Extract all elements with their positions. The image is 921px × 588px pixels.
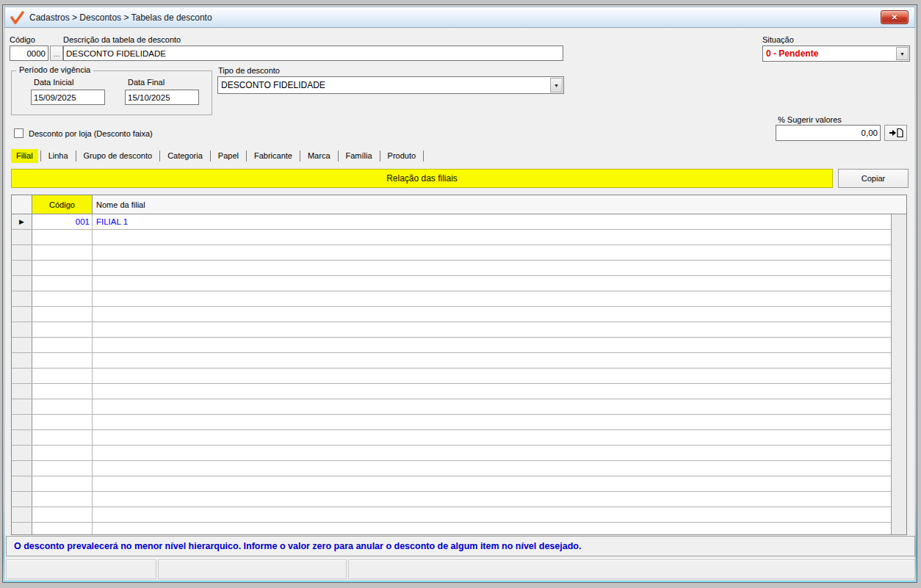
cell-nome (93, 369, 891, 383)
periodo-vigencia-group: Período de vigência Data Inicial Data Fi… (11, 70, 212, 115)
data-inicial-input[interactable] (31, 90, 105, 105)
codigo-input[interactable] (10, 46, 48, 61)
grid-header-nome: Nome da filial (93, 195, 906, 214)
tab-familia[interactable]: Família (341, 149, 378, 163)
tab-separator (300, 150, 300, 161)
row-indicator-cell (12, 399, 32, 414)
situacao-select[interactable]: 0 - Pendente ▼ (762, 46, 910, 62)
tipo-desconto-dropdown-icon[interactable]: ▼ (550, 78, 563, 92)
cell-nome (93, 245, 891, 260)
row-indicator-cell (12, 523, 32, 534)
table-row[interactable] (12, 384, 891, 399)
desconto-por-loja-row: Desconto por loja (Desconto faixa) (14, 128, 153, 138)
row-indicator-cell (12, 322, 32, 337)
table-row[interactable] (12, 369, 891, 384)
tab-marca[interactable]: Marca (303, 149, 336, 163)
table-row[interactable] (12, 430, 891, 446)
row-indicator-cell (12, 307, 32, 322)
tab-separator (423, 150, 424, 161)
tab-separator (76, 150, 76, 161)
situacao-value: 0 - Pendente (766, 46, 895, 61)
app-logo-checkmark-icon (10, 11, 25, 24)
tab-linha[interactable]: Linha (43, 149, 73, 163)
form-body: Código ... Descrição da tabela de descon… (4, 28, 915, 581)
table-row[interactable] (12, 307, 891, 322)
cell-nome (93, 415, 891, 429)
table-row[interactable] (12, 338, 891, 353)
data-inicial-label: Data Inicial (34, 78, 73, 87)
tab-categoria[interactable]: Categoria (162, 149, 208, 163)
table-row[interactable] (12, 415, 891, 430)
close-icon: ✕ (892, 13, 897, 21)
cell-nome (93, 338, 891, 352)
codigo-browse-button[interactable]: ... (50, 46, 63, 61)
table-row[interactable] (12, 492, 891, 507)
table-row[interactable] (12, 399, 891, 415)
desconto-por-loja-checkbox[interactable] (14, 128, 24, 138)
cell-nome (93, 476, 891, 491)
desconto-por-loja-label: Desconto por loja (Desconto faixa) (29, 129, 153, 138)
table-row[interactable] (12, 507, 891, 523)
data-final-input[interactable] (125, 90, 199, 105)
grid-body: ▶ 001 FILIAL 1 (12, 214, 891, 534)
cell-nome (93, 430, 891, 445)
cell-codigo: 001 (32, 214, 93, 229)
table-row[interactable] (12, 476, 891, 492)
tab-separator (338, 150, 339, 161)
table-row[interactable] (12, 291, 891, 307)
table-row[interactable] (12, 446, 891, 461)
situacao-dropdown-icon[interactable]: ▼ (896, 47, 909, 60)
apply-sugerir-button[interactable] (884, 125, 907, 141)
status-panel-2 (158, 559, 347, 579)
cell-codigo (32, 261, 93, 275)
cell-codigo (32, 307, 93, 322)
cell-codigo (32, 461, 93, 476)
table-row[interactable] (12, 245, 891, 261)
table-row[interactable] (12, 461, 891, 476)
cell-nome (93, 492, 891, 507)
situacao-label: Situação (762, 35, 794, 44)
row-indicator-cell (12, 338, 32, 352)
cell-codigo (32, 245, 93, 260)
cell-nome (93, 276, 891, 291)
row-indicator-cell (12, 369, 32, 383)
table-row[interactable] (12, 523, 891, 534)
table-row-selected[interactable]: ▶ 001 FILIAL 1 (12, 214, 891, 230)
tab-separator (246, 150, 247, 161)
tab-papel[interactable]: Papel (213, 149, 244, 163)
close-button[interactable]: ✕ (881, 10, 909, 24)
tipo-desconto-select[interactable]: DESCONTO FIDELIDADE ▼ (217, 76, 564, 94)
descricao-input[interactable] (63, 46, 563, 61)
table-row[interactable] (12, 276, 891, 291)
cell-codigo (32, 338, 93, 352)
table-row[interactable] (12, 322, 891, 338)
grid-vertical-scrollbar[interactable] (891, 214, 906, 534)
row-indicator-cell (12, 430, 32, 445)
cell-nome (93, 446, 891, 460)
sugerir-valores-label: % Sugerir valores (778, 115, 842, 124)
app-window: Cadastros > Descontos > Tabelas de desco… (2, 4, 917, 583)
cell-nome (93, 399, 891, 414)
tab-produto[interactable]: Produto (383, 149, 422, 163)
cell-nome (93, 322, 891, 337)
tab-fabricante[interactable]: Fabricante (249, 149, 297, 163)
cell-nome (93, 291, 891, 306)
copy-button[interactable]: Copiar (838, 169, 909, 188)
cell-codigo (32, 399, 93, 414)
tab-separator (210, 150, 211, 161)
cell-codigo (32, 492, 93, 507)
cell-nome (93, 461, 891, 476)
descricao-label: Descrição da tabela de desconto (63, 35, 181, 44)
tab-grupo-de-desconto[interactable]: Grupo de desconto (79, 149, 158, 163)
cell-codigo (32, 415, 93, 429)
row-indicator-cell (12, 245, 32, 260)
table-row[interactable] (12, 353, 891, 369)
cell-nome: FILIAL 1 (93, 214, 891, 229)
hint-message-text: O desconto prevalecerá no menor nível hi… (14, 541, 581, 551)
table-row[interactable] (12, 261, 891, 276)
tab-filial[interactable]: Filial (11, 149, 38, 163)
hint-message-bar: O desconto prevalecerá no menor nível hi… (6, 536, 915, 556)
status-panel-3 (348, 559, 915, 579)
table-row[interactable] (12, 230, 891, 245)
sugerir-valores-input[interactable] (776, 125, 881, 141)
